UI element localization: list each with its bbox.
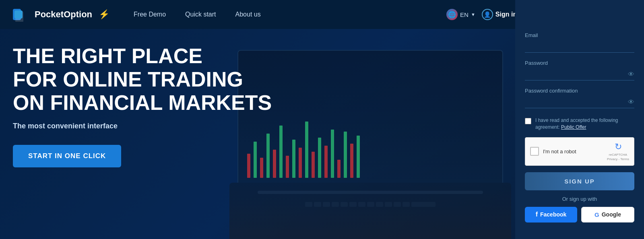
facebook-label: Facebook: [540, 211, 566, 218]
password-confirm-input[interactable]: [525, 96, 634, 108]
chart-area: [238, 51, 502, 186]
nav-free-demo[interactable]: Free Demo: [134, 11, 166, 18]
google-button[interactable]: G Google: [581, 207, 634, 223]
recaptcha-checkbox[interactable]: [530, 147, 539, 156]
terms-text: I have read and accepted the following a…: [535, 117, 634, 131]
hero-title-line2: FOR ONLINE TRADING: [13, 68, 243, 91]
sign-in-label: Sign in: [495, 11, 517, 18]
password-field-group: Password 👁: [525, 60, 634, 80]
facebook-button[interactable]: f Facebook: [525, 207, 577, 223]
recaptcha-left: I'm not a robot: [530, 147, 576, 156]
start-button[interactable]: START IN ONE CLICK: [13, 145, 121, 167]
public-offer-link[interactable]: Public Offer: [561, 124, 586, 130]
language-selector[interactable]: 🌐 EN ▼: [446, 9, 475, 20]
facebook-icon: f: [536, 211, 538, 218]
hero-content: THE RIGHT PLACE FOR ONLINE TRADING ON FI…: [13, 44, 272, 167]
user-icon: 👤: [482, 9, 493, 20]
google-icon: G: [594, 211, 599, 218]
logo-area: PocketOption ⚡: [13, 7, 109, 22]
recaptcha-icon: ↻: [615, 142, 622, 152]
email-input[interactable]: [525, 41, 634, 53]
password-field-wrapper: 👁: [525, 68, 634, 80]
email-label: Email: [525, 32, 634, 38]
signup-button[interactable]: SIGN UP: [525, 172, 634, 190]
nav-links: Free Demo Quick start About us: [134, 11, 446, 18]
terms-checkbox[interactable]: [525, 118, 531, 124]
hero-subtitle: The most convenient interface: [13, 122, 272, 130]
logo-text: PocketOption: [35, 9, 92, 20]
terms-checkbox-row: I have read and accepted the following a…: [525, 117, 634, 131]
google-label: Google: [602, 211, 621, 218]
recaptcha-text: I'm not a robot: [543, 148, 576, 155]
language-label: EN: [460, 11, 469, 18]
password-label: Password: [525, 60, 634, 66]
social-buttons: f Facebook G Google: [525, 207, 634, 223]
nav-quick-start[interactable]: Quick start: [185, 11, 216, 18]
svg-rect-2: [14, 10, 23, 19]
registration-panel: Email Password 👁 Password confirmation 👁…: [515, 0, 644, 239]
password-confirm-wrapper: 👁: [525, 96, 634, 108]
password-input[interactable]: [525, 68, 634, 80]
logo-icon[interactable]: [13, 7, 31, 22]
password-confirm-label: Password confirmation: [525, 88, 634, 94]
or-social-text: Or sign up with: [525, 196, 634, 202]
laptop-keyboard: [229, 183, 511, 239]
laptop-screen: [237, 50, 503, 187]
chevron-down-icon: ▼: [471, 12, 475, 17]
recaptcha-brand: reCAPTCHA: [609, 153, 627, 157]
globe-icon: 🌐: [446, 9, 458, 20]
recaptcha-terms: Privacy - Terms: [607, 157, 629, 161]
recaptcha-box[interactable]: I'm not a robot ↻ reCAPTCHA Privacy - Te…: [525, 137, 634, 166]
hero-title: THE RIGHT PLACE FOR ONLINE TRADING ON FI…: [13, 44, 272, 115]
password-confirm-eye-icon[interactable]: 👁: [628, 99, 634, 106]
recaptcha-logo: ↻ reCAPTCHA Privacy - Terms: [607, 142, 629, 161]
password-confirm-field-group: Password confirmation 👁: [525, 88, 634, 108]
sign-in-button[interactable]: 👤 Sign in: [482, 9, 517, 20]
hero-title-line3: ON FINANCIAL MARKETS: [13, 91, 272, 114]
bolt-icon: ⚡: [99, 9, 109, 20]
password-eye-icon[interactable]: 👁: [628, 71, 634, 78]
email-field-wrapper: [525, 41, 634, 53]
nav-about-us[interactable]: About us: [235, 11, 261, 18]
email-field-group: Email: [525, 32, 634, 53]
hero-title-line1: THE RIGHT PLACE: [13, 44, 202, 68]
